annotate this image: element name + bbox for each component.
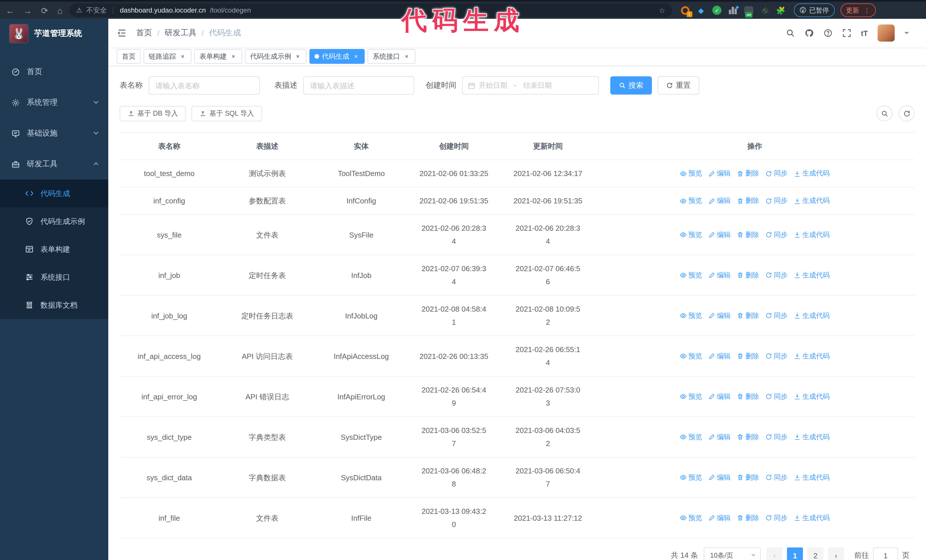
github-icon[interactable] [804,29,814,38]
sync-link[interactable]: 同步 [765,309,788,322]
edit-link[interactable]: 编辑 [708,167,731,180]
delete-link[interactable]: 删除 [737,309,759,322]
delete-link[interactable]: 删除 [737,228,759,241]
generate-code-link[interactable]: 生成代码 [794,430,830,444]
preview-link[interactable]: 预览 [680,309,702,322]
close-icon[interactable] [403,53,410,60]
tab-codegen[interactable]: 代码生成 [309,49,365,64]
page-button-2[interactable]: 2 [808,548,823,560]
edit-link[interactable]: 编辑 [708,390,731,403]
edit-link[interactable]: 编辑 [708,309,731,322]
preview-link[interactable]: 预览 [680,194,702,207]
delete-link[interactable]: 删除 [737,350,759,362]
generate-code-link[interactable]: 生成代码 [794,194,830,207]
sidebar-item-codegen[interactable]: 代码生成 [0,180,108,207]
delete-link[interactable]: 删除 [737,511,759,524]
tab-form-builder[interactable]: 表单构建 [194,49,242,64]
sidebar-item-system[interactable]: 系统管理 [0,87,108,118]
address-bar[interactable]: ⚠ 不安全 dashboard.yudao.iocoder.cn/tool/co… [69,3,672,17]
delete-link[interactable]: 删除 [737,430,759,444]
preview-link[interactable]: 预览 [680,167,702,180]
preview-link[interactable]: 预览 [680,390,702,403]
edit-link[interactable]: 编辑 [708,430,731,444]
generate-code-link[interactable]: 生成代码 [794,471,830,484]
sync-link[interactable]: 同步 [765,471,788,484]
edit-link[interactable]: 编辑 [708,269,731,282]
date-range-picker[interactable]: 开始日期 - 结束日期 [462,76,599,95]
table-name-input[interactable] [148,76,260,95]
extension-key-icon[interactable]: ⚿ [758,3,772,17]
bookmark-star-icon[interactable]: ☆ [659,6,665,15]
extension-gem-icon[interactable]: ◆ [696,5,706,15]
breadcrumb-home[interactable]: 首页 [136,28,152,38]
sync-link[interactable]: 同步 [765,167,788,180]
extensions-puzzle-icon[interactable]: 🧩 [776,5,785,15]
sync-link[interactable]: 同步 [765,350,788,362]
profile-paused-badge[interactable]: 😲 已暂停 [793,3,835,17]
sidebar-item-infra[interactable]: 基础设施 [0,118,108,149]
extension-orange-icon[interactable]: 1 [680,5,690,15]
refresh-table-button[interactable] [899,106,915,121]
close-icon[interactable] [179,53,186,60]
generate-code-link[interactable]: 生成代码 [794,269,830,282]
delete-link[interactable]: 删除 [737,194,759,207]
tab-home[interactable]: 首页 [117,49,141,64]
generate-code-link[interactable]: 生成代码 [794,228,830,241]
breadcrumb-group[interactable]: 研发工具 [165,28,197,38]
close-icon[interactable] [294,53,301,60]
extension-check-icon[interactable]: ✓ [712,5,722,15]
browser-update-button[interactable]: 更新 ⋮ [840,3,876,17]
extension-columns-icon[interactable]: ◆ [728,5,738,15]
sidebar-item-db-doc[interactable]: 数据库文档 [0,291,108,319]
tab-codegen-demo[interactable]: 代码生成示例 [245,49,307,64]
next-page-button[interactable]: › [828,548,844,560]
sync-link[interactable]: 同步 [765,511,788,524]
page-size-select[interactable]: 10条/页 [704,548,761,560]
delete-link[interactable]: 删除 [737,269,759,282]
sync-link[interactable]: 同步 [765,228,788,241]
import-db-button[interactable]: 基于 DB 导入 [120,106,186,121]
sidebar-item-codegen-demo[interactable]: 代码生成示例 [0,207,108,235]
sync-link[interactable]: 同步 [765,430,788,444]
browser-back-icon[interactable]: ← [6,6,14,15]
user-menu-caret-icon[interactable] [904,32,909,36]
edit-link[interactable]: 编辑 [708,228,731,241]
sidebar-item-devtools[interactable]: 研发工具 [0,149,108,180]
search-icon[interactable] [785,29,794,38]
font-size-icon[interactable] [861,29,868,37]
preview-link[interactable]: 预览 [680,350,702,362]
browser-menu-icon[interactable]: ⋮ [864,6,870,14]
sidebar-item-system-api[interactable]: 系统接口 [0,263,108,291]
tab-system-api[interactable]: 系统接口 [368,49,415,64]
reset-button[interactable]: 重置 [658,76,699,95]
preview-link[interactable]: 预览 [680,269,702,282]
delete-link[interactable]: 删除 [737,167,759,180]
tab-trace[interactable]: 链路追踪 [144,49,191,64]
sidebar-item-home[interactable]: 首页 [0,56,108,87]
edit-link[interactable]: 编辑 [708,194,731,207]
preview-link[interactable]: 预览 [680,228,702,241]
edit-link[interactable]: 编辑 [708,511,731,524]
sidebar-fold-icon[interactable] [117,28,127,38]
extension-dark-icon[interactable]: on [744,5,754,15]
table-desc-input[interactable] [303,76,414,95]
user-avatar[interactable] [878,24,895,42]
toggle-search-button[interactable] [876,106,893,121]
generate-code-link[interactable]: 生成代码 [794,309,830,322]
preview-link[interactable]: 预览 [680,471,702,484]
question-icon[interactable] [823,29,832,38]
goto-page-input[interactable] [873,548,898,560]
edit-link[interactable]: 编辑 [708,350,731,362]
browser-reload-icon[interactable]: ⟳ [41,6,48,15]
generate-code-link[interactable]: 生成代码 [794,350,830,362]
delete-link[interactable]: 删除 [737,471,759,484]
search-button[interactable]: 搜索 [610,76,652,95]
browser-home-icon[interactable]: ⌂ [57,6,62,15]
browser-forward-icon[interactable]: → [23,6,32,15]
preview-link[interactable]: 预览 [680,511,702,524]
delete-link[interactable]: 删除 [737,390,759,403]
page-button-1[interactable]: 1 [787,548,803,560]
prev-page-button[interactable]: ‹ [766,548,782,560]
generate-code-link[interactable]: 生成代码 [794,390,830,403]
sidebar-item-form-builder[interactable]: 表单构建 [0,235,108,263]
